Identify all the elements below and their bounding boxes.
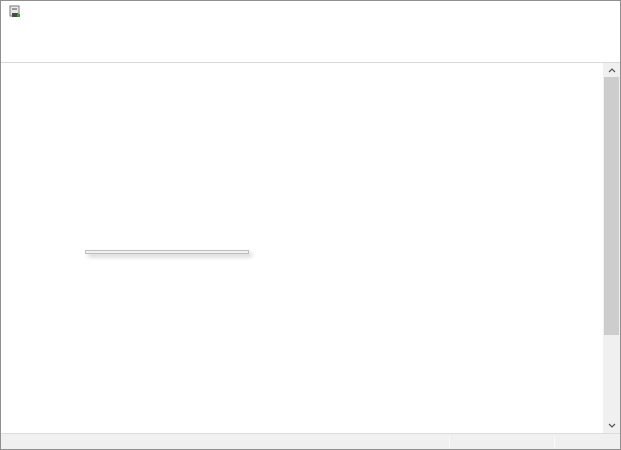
vertical-scrollbar[interactable] (603, 63, 620, 433)
statusbar-divider (554, 436, 555, 447)
device-manager-icon (8, 5, 22, 19)
minimize-button[interactable] (506, 1, 544, 23)
device-tree-panel (1, 63, 620, 433)
menu-bar (1, 23, 620, 43)
scroll-down-icon[interactable] (603, 418, 620, 433)
scrollbar-thumb[interactable] (604, 77, 619, 335)
statusbar-divider (449, 436, 450, 447)
maximize-button[interactable] (544, 1, 582, 23)
title-bar (1, 1, 620, 23)
context-menu (85, 250, 249, 254)
scroll-up-icon[interactable] (603, 63, 620, 78)
close-button[interactable] (582, 1, 620, 23)
device-manager-window (0, 0, 621, 450)
toolbar (1, 43, 620, 63)
status-bar (1, 433, 620, 449)
